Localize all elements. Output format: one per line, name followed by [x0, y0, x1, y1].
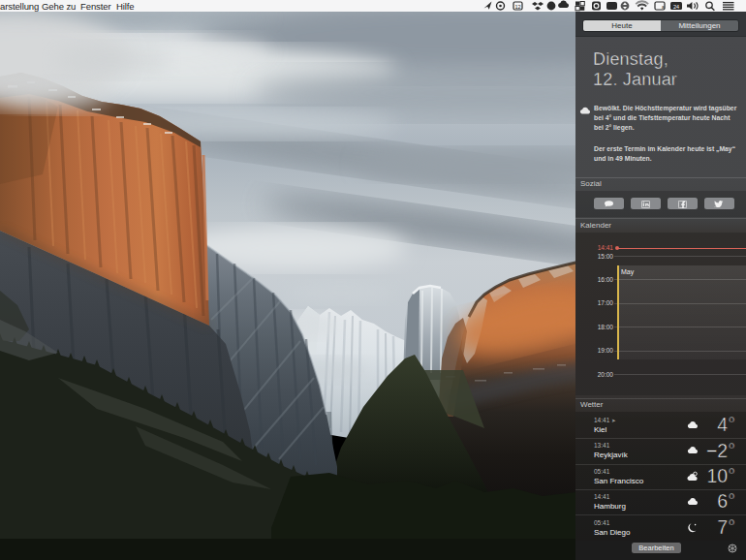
svg-text:12: 12	[514, 4, 520, 10]
svg-text:24: 24	[673, 4, 679, 10]
svg-text:a: a	[662, 4, 665, 10]
